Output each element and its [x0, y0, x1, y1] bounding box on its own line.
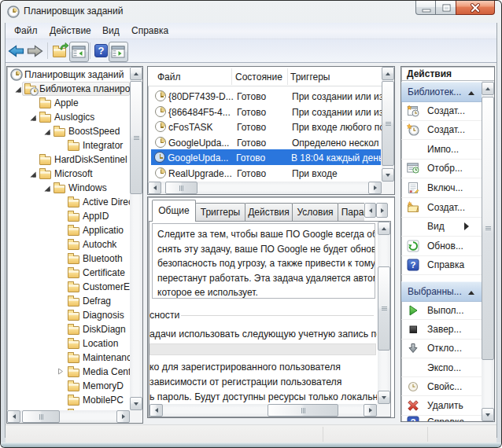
svg-text:?: ? — [410, 261, 415, 270]
svg-text:?: ? — [410, 417, 415, 421]
